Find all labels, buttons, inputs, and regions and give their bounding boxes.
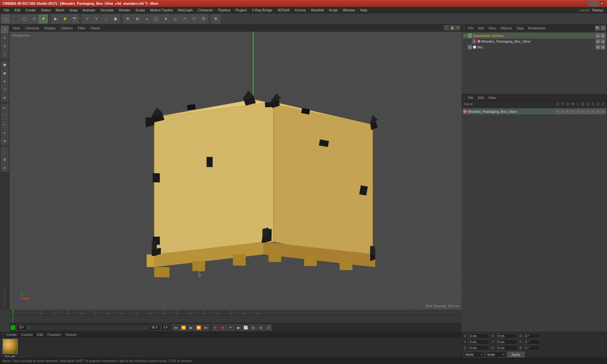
sidebar-move-btn[interactable]: ✛ [1, 34, 9, 42]
record-btn[interactable]: ⏺ [212, 325, 219, 331]
play-btn[interactable]: ▶ [187, 325, 194, 331]
snap-tl-btn[interactable]: ⊞ [250, 325, 257, 331]
keyframe-btn[interactable]: ◆ [235, 325, 242, 331]
obj-btn[interactable]: ▣ [111, 15, 120, 23]
vp-menu-filter[interactable]: Filter [77, 26, 87, 31]
timeline-track[interactable] [9, 315, 462, 323]
mat-menu-function[interactable]: Function [46, 332, 63, 337]
menu-pipeline[interactable]: Pipeline [216, 8, 233, 13]
coord-x2-input[interactable] [496, 333, 517, 338]
mat-content[interactable]: box_gst [0, 337, 462, 359]
am-d-btn[interactable]: ● [591, 109, 595, 114]
am-e-btn[interactable]: ● [596, 109, 600, 114]
polygon-mode-btn[interactable]: ⬡ [30, 15, 39, 23]
menu-edit[interactable]: Edit [12, 8, 23, 13]
om-box-vis-btn[interactable]: ◉ [596, 39, 600, 44]
om-sky-render-btn[interactable]: ◉ [601, 45, 605, 49]
coord-x-input[interactable] [469, 333, 489, 338]
menu-corona[interactable]: Corona [292, 8, 309, 13]
close-button[interactable]: ✕ [599, 1, 604, 6]
am-g-btn[interactable]: ● [586, 109, 590, 114]
sidebar-select-btn[interactable]: ↗ [1, 26, 9, 33]
sidebar-magnet-btn[interactable]: ⊗ [1, 129, 9, 136]
menu-render[interactable]: Render [116, 8, 133, 13]
menu-sculpt[interactable]: Sculpt [133, 8, 148, 13]
menu-window[interactable]: Window [340, 8, 358, 13]
coord-z2-input[interactable] [496, 345, 517, 350]
om-menu-bookmarks[interactable]: Bookmarks [526, 26, 548, 31]
tl-extra1-btn[interactable]: ⚙ [257, 325, 264, 331]
frame-slider[interactable] [28, 326, 148, 330]
menu-file[interactable]: File [1, 8, 12, 13]
viewport-canvas[interactable]: Perspective Grid Spacing: 100 cm [9, 32, 462, 310]
am-v-btn[interactable]: ● [560, 109, 565, 114]
menu-3dtoall[interactable]: 3DToAll [275, 8, 292, 13]
vp-menu-panel[interactable]: Panel [89, 26, 101, 31]
apply-button[interactable]: Apply [507, 352, 524, 357]
sidebar-dynamics-btn[interactable]: ⊜ [1, 164, 9, 172]
vp-lock-btn[interactable]: 🔒 [450, 25, 455, 30]
current-frame-input[interactable] [16, 325, 27, 331]
om-menu-edit[interactable]: Edit [476, 26, 486, 31]
vp-menu-view[interactable]: View [11, 26, 21, 31]
sidebar-polygon-btn[interactable]: ⬢ [1, 61, 9, 69]
om-menu-file[interactable]: File [466, 26, 475, 31]
mat-menu-edit[interactable]: Edit [35, 332, 45, 337]
translate-btn[interactable]: ✕ [83, 15, 91, 23]
sidebar-rotate-btn[interactable]: ↺ [1, 42, 9, 50]
snap-btn8[interactable]: ⬡ [190, 15, 199, 23]
scale-btn[interactable]: Z [101, 15, 110, 23]
fps-input[interactable] [161, 325, 170, 331]
vp-menu-options[interactable]: Options [59, 26, 74, 31]
sidebar-cube-btn[interactable]: ◼ [1, 69, 9, 77]
world-dropdown[interactable]: World ▼ [464, 352, 484, 357]
mat-menu-texture[interactable]: Texture [63, 332, 78, 337]
coord-b-input[interactable] [524, 345, 540, 350]
point-mode-btn[interactable]: ⬛ [11, 15, 20, 23]
om-menu-objects[interactable]: Objects [498, 26, 514, 31]
menu-animate[interactable]: Animate [80, 8, 98, 13]
vp-menu-display[interactable]: Display [43, 26, 57, 31]
render-region-btn[interactable]: ▶ [51, 15, 60, 23]
mat-menu-corona[interactable]: Corona [19, 332, 34, 337]
coord-p-input[interactable] [524, 339, 540, 344]
am-m-btn[interactable]: ● [570, 109, 575, 114]
play-fwd-btn[interactable]: 🔄 [242, 325, 249, 331]
end-frame-input[interactable] [149, 325, 160, 331]
sidebar-spline-btn[interactable]: ⌒ [1, 112, 9, 120]
sidebar-scale-btn[interactable]: ⤡ [1, 51, 9, 58]
key-btn[interactable]: ✦ [227, 325, 234, 331]
snap-btn5[interactable]: ⊕ [161, 15, 170, 23]
menu-select[interactable]: Select [39, 8, 53, 13]
move-tool-btn[interactable]: ↕ [1, 15, 10, 23]
menu-simulate[interactable]: Simulate [98, 8, 116, 13]
maximize-button[interactable]: □ [594, 1, 599, 6]
om-item-subdiv[interactable]: ▼ ⬡ Subdivision Surface ◉ ◉ [463, 33, 606, 39]
menu-character[interactable]: Character [195, 8, 215, 13]
coord-h-input[interactable] [524, 333, 540, 338]
vp-maximize-btn[interactable]: ⛶ [444, 25, 449, 30]
stop-btn[interactable]: ⏹ [219, 325, 226, 331]
sidebar-sphere-btn[interactable]: ● [1, 77, 9, 85]
am-l-btn[interactable]: ● [575, 109, 580, 114]
om-search-btn[interactable]: 🔍 [595, 26, 600, 31]
scale-dropdown[interactable]: Scale ▼ [486, 352, 506, 357]
am-content[interactable]: Wooden_Packaging_Box_Uline ● ● ● ● ● ● ●… [462, 107, 607, 364]
om-box-render-btn[interactable]: ◉ [601, 39, 605, 44]
am-x-btn[interactable]: ● [601, 109, 605, 114]
goto-start-btn[interactable]: ⏮ [172, 325, 179, 331]
rotate-btn[interactable]: Y [92, 15, 101, 23]
om-filter-btn[interactable]: ☰ [601, 26, 606, 31]
om-item-wooden-box[interactable]: ▼ ⊞ Wooden_Packaging_Box_Uline ◉ ◉ [463, 39, 606, 44]
edge-mode-btn[interactable]: ◯ [21, 15, 29, 23]
menu-create[interactable]: Create [23, 8, 39, 13]
vp-settings-btn[interactable]: ⚙ [455, 25, 460, 30]
am-item-row[interactable]: Wooden_Packaging_Box_Uline ● ● ● ● ● ● ●… [463, 109, 606, 114]
am-r-btn[interactable]: ● [565, 109, 570, 114]
prev-frame-btn[interactable]: ⏪ [180, 325, 187, 331]
next-frame-btn[interactable]: ⏩ [195, 325, 202, 331]
om-menu-view[interactable]: View [487, 26, 498, 31]
am-menu-view[interactable]: View [487, 95, 498, 100]
vp-menu-cameras[interactable]: Cameras [24, 26, 41, 31]
menu-script[interactable]: Script [326, 8, 340, 13]
